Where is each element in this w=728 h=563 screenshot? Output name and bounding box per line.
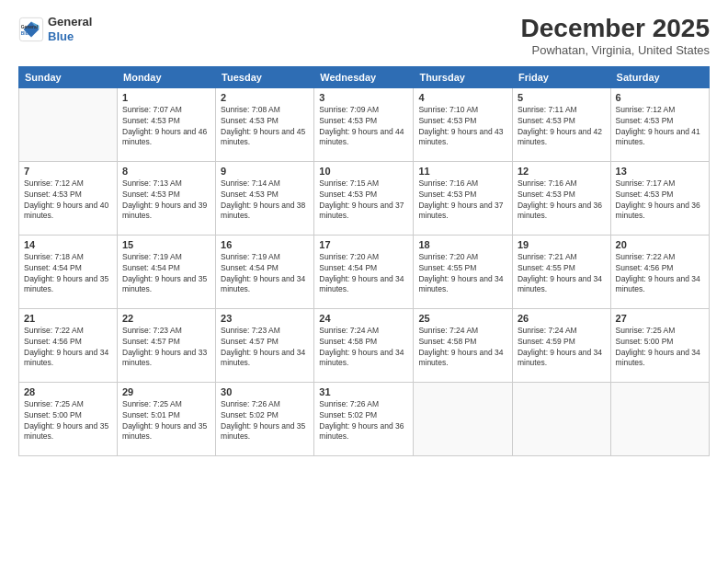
weekday-friday: Friday (512, 66, 610, 87)
day-info: Sunrise: 7:12 AMSunset: 4:53 PMDaylight:… (616, 105, 704, 149)
calendar-cell: 1Sunrise: 7:07 AMSunset: 4:53 PMDaylight… (118, 87, 216, 161)
day-number: 15 (122, 239, 210, 250)
location: Powhatan, Virginia, United States (521, 43, 710, 57)
week-row-2: 7Sunrise: 7:12 AMSunset: 4:53 PMDaylight… (19, 161, 710, 235)
day-info: Sunrise: 7:18 AMSunset: 4:54 PMDaylight:… (24, 252, 112, 296)
day-number: 30 (221, 386, 309, 397)
month-title: December 2025 (521, 15, 710, 43)
calendar-cell: 28Sunrise: 7:25 AMSunset: 5:00 PMDayligh… (19, 382, 118, 455)
calendar-cell: 16Sunrise: 7:19 AMSunset: 4:54 PMDayligh… (216, 235, 314, 308)
day-info: Sunrise: 7:26 AMSunset: 5:02 PMDaylight:… (319, 399, 408, 443)
day-info: Sunrise: 7:16 AMSunset: 4:53 PMDaylight:… (518, 178, 606, 223)
day-info: Sunrise: 7:20 AMSunset: 4:54 PMDaylight:… (319, 252, 408, 296)
logo-text: General Blue (48, 15, 92, 43)
day-info: Sunrise: 7:16 AMSunset: 4:53 PMDaylight:… (418, 178, 507, 223)
day-number: 20 (616, 239, 704, 250)
day-number: 24 (319, 313, 408, 324)
calendar-cell: 12Sunrise: 7:16 AMSunset: 4:53 PMDayligh… (512, 161, 610, 235)
weekday-sunday: Sunday (19, 66, 118, 87)
calendar-cell: 10Sunrise: 7:15 AMSunset: 4:53 PMDayligh… (314, 161, 414, 235)
day-info: Sunrise: 7:10 AMSunset: 4:53 PMDaylight:… (418, 105, 507, 149)
week-row-5: 28Sunrise: 7:25 AMSunset: 5:00 PMDayligh… (19, 382, 710, 455)
calendar-cell: 9Sunrise: 7:14 AMSunset: 4:53 PMDaylight… (216, 161, 314, 235)
calendar-cell: 14Sunrise: 7:18 AMSunset: 4:54 PMDayligh… (19, 235, 118, 308)
weekday-header-row: SundayMondayTuesdayWednesdayThursdayFrid… (19, 66, 710, 87)
calendar-cell: 15Sunrise: 7:19 AMSunset: 4:54 PMDayligh… (118, 235, 216, 308)
weekday-thursday: Thursday (414, 66, 513, 87)
calendar-cell: 20Sunrise: 7:22 AMSunset: 4:56 PMDayligh… (610, 235, 709, 308)
day-number: 13 (616, 166, 704, 177)
day-number: 21 (24, 313, 112, 324)
day-number: 11 (418, 166, 507, 177)
week-row-4: 21Sunrise: 7:22 AMSunset: 4:56 PMDayligh… (19, 308, 710, 382)
day-info: Sunrise: 7:23 AMSunset: 4:57 PMDaylight:… (221, 326, 309, 370)
week-row-1: 1Sunrise: 7:07 AMSunset: 4:53 PMDaylight… (19, 87, 710, 161)
day-number: 16 (221, 239, 309, 250)
day-number: 28 (24, 386, 112, 397)
day-info: Sunrise: 7:17 AMSunset: 4:53 PMDaylight:… (616, 178, 704, 223)
calendar-cell: 13Sunrise: 7:17 AMSunset: 4:53 PMDayligh… (610, 161, 709, 235)
day-number: 3 (319, 92, 408, 103)
day-info: Sunrise: 7:23 AMSunset: 4:57 PMDaylight:… (122, 326, 210, 370)
day-number: 7 (24, 166, 112, 177)
logo-icon: General Blue (18, 17, 44, 42)
svg-text:Blue: Blue (21, 30, 31, 35)
day-number: 17 (319, 239, 408, 250)
day-info: Sunrise: 7:24 AMSunset: 4:58 PMDaylight:… (319, 326, 408, 370)
calendar-cell: 24Sunrise: 7:24 AMSunset: 4:58 PMDayligh… (314, 308, 414, 382)
calendar-cell: 4Sunrise: 7:10 AMSunset: 4:53 PMDaylight… (414, 87, 513, 161)
day-info: Sunrise: 7:26 AMSunset: 5:02 PMDaylight:… (221, 399, 309, 443)
day-info: Sunrise: 7:19 AMSunset: 4:54 PMDaylight:… (122, 252, 210, 296)
day-number: 2 (221, 92, 309, 103)
day-info: Sunrise: 7:15 AMSunset: 4:53 PMDaylight:… (319, 178, 408, 223)
calendar-cell: 3Sunrise: 7:09 AMSunset: 4:53 PMDaylight… (314, 87, 414, 161)
day-info: Sunrise: 7:24 AMSunset: 4:59 PMDaylight:… (518, 326, 606, 370)
day-number: 22 (122, 313, 210, 324)
day-info: Sunrise: 7:08 AMSunset: 4:53 PMDaylight:… (221, 105, 309, 149)
day-number: 5 (518, 92, 606, 103)
day-info: Sunrise: 7:09 AMSunset: 4:53 PMDaylight:… (319, 105, 408, 149)
calendar-cell (19, 87, 118, 161)
day-info: Sunrise: 7:12 AMSunset: 4:53 PMDaylight:… (24, 178, 112, 223)
calendar-cell: 26Sunrise: 7:24 AMSunset: 4:59 PMDayligh… (512, 308, 610, 382)
calendar-cell: 27Sunrise: 7:25 AMSunset: 5:00 PMDayligh… (610, 308, 709, 382)
day-info: Sunrise: 7:13 AMSunset: 4:53 PMDaylight:… (122, 178, 210, 223)
day-info: Sunrise: 7:25 AMSunset: 5:00 PMDaylight:… (24, 399, 112, 443)
weekday-wednesday: Wednesday (314, 66, 414, 87)
calendar-cell: 11Sunrise: 7:16 AMSunset: 4:53 PMDayligh… (414, 161, 513, 235)
day-number: 29 (122, 386, 210, 397)
day-number: 25 (418, 313, 507, 324)
day-info: Sunrise: 7:20 AMSunset: 4:55 PMDaylight:… (418, 252, 507, 296)
calendar-cell: 8Sunrise: 7:13 AMSunset: 4:53 PMDaylight… (118, 161, 216, 235)
day-info: Sunrise: 7:14 AMSunset: 4:53 PMDaylight:… (221, 178, 309, 223)
day-number: 27 (616, 313, 704, 324)
title-block: December 2025 Powhatan, Virginia, United… (521, 15, 710, 57)
calendar-cell: 6Sunrise: 7:12 AMSunset: 4:53 PMDaylight… (610, 87, 709, 161)
weekday-tuesday: Tuesday (216, 66, 314, 87)
calendar-cell (610, 382, 709, 455)
day-info: Sunrise: 7:25 AMSunset: 5:01 PMDaylight:… (122, 399, 210, 443)
day-number: 19 (518, 239, 606, 250)
header: General Blue General Blue December 2025 … (18, 15, 710, 57)
day-number: 12 (518, 166, 606, 177)
calendar-cell: 22Sunrise: 7:23 AMSunset: 4:57 PMDayligh… (118, 308, 216, 382)
day-number: 18 (418, 239, 507, 250)
weekday-monday: Monday (118, 66, 216, 87)
logo-line1: General (48, 15, 92, 29)
calendar-cell: 31Sunrise: 7:26 AMSunset: 5:02 PMDayligh… (314, 382, 414, 455)
day-number: 1 (122, 92, 210, 103)
calendar-cell: 19Sunrise: 7:21 AMSunset: 4:55 PMDayligh… (512, 235, 610, 308)
svg-text:General: General (21, 24, 39, 29)
week-row-3: 14Sunrise: 7:18 AMSunset: 4:54 PMDayligh… (19, 235, 710, 308)
calendar-cell: 17Sunrise: 7:20 AMSunset: 4:54 PMDayligh… (314, 235, 414, 308)
day-number: 6 (616, 92, 704, 103)
logo-line2: Blue (48, 29, 92, 44)
calendar-cell: 7Sunrise: 7:12 AMSunset: 4:53 PMDaylight… (19, 161, 118, 235)
day-info: Sunrise: 7:25 AMSunset: 5:00 PMDaylight:… (616, 326, 704, 370)
day-info: Sunrise: 7:22 AMSunset: 4:56 PMDaylight:… (616, 252, 704, 296)
day-number: 23 (221, 313, 309, 324)
calendar-cell: 29Sunrise: 7:25 AMSunset: 5:01 PMDayligh… (118, 382, 216, 455)
calendar-cell: 23Sunrise: 7:23 AMSunset: 4:57 PMDayligh… (216, 308, 314, 382)
day-info: Sunrise: 7:24 AMSunset: 4:58 PMDaylight:… (418, 326, 507, 370)
calendar-cell: 5Sunrise: 7:11 AMSunset: 4:53 PMDaylight… (512, 87, 610, 161)
